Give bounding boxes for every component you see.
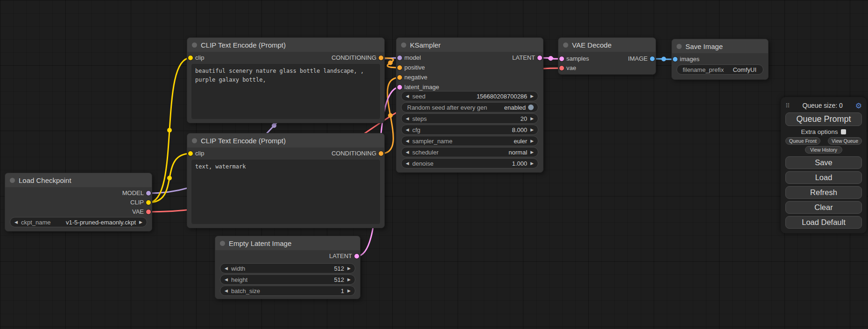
widget-name: cfg (412, 126, 420, 133)
output-port-image[interactable] (650, 56, 655, 61)
positive-prompt-textarea[interactable]: beautiful scenery nature glass bottle la… (191, 64, 380, 119)
input-port-latent-image[interactable] (397, 85, 402, 90)
widget-random-seed-toggle[interactable]: Random seed after every gen enabled (401, 102, 538, 112)
node-title-bar[interactable]: VAE Decode (558, 38, 656, 52)
node-load-checkpoint[interactable]: Load Checkpoint MODEL CLIP VAE ◀ ckpt_na… (5, 173, 152, 231)
output-port-conditioning[interactable] (379, 56, 383, 60)
decrement-icon[interactable]: ◀ (406, 94, 409, 98)
queue-prompt-button[interactable]: Queue Prompt (785, 112, 862, 126)
input-port-model[interactable] (397, 56, 402, 60)
output-port-conditioning[interactable] (379, 151, 383, 156)
negative-prompt-textarea[interactable]: text, watermark (191, 160, 380, 224)
link-midpoint-dot[interactable] (388, 61, 393, 65)
widget-ckpt-name[interactable]: ◀ ckpt_name v1-5-pruned-emaonly.ckpt ▶ (10, 217, 147, 227)
input-label-clip: clip (195, 149, 205, 158)
output-port-model[interactable] (146, 191, 151, 196)
widget-batch-size[interactable]: ◀ batch_size 1 ▶ (220, 286, 355, 296)
node-save-image[interactable]: Save Image images filename_prefix ComfyU… (671, 39, 769, 80)
load-button[interactable]: Load (785, 171, 862, 184)
decrement-icon[interactable]: ◀ (14, 220, 18, 224)
link-midpoint-dot[interactable] (662, 57, 666, 62)
refresh-button[interactable]: Refresh (785, 186, 862, 199)
input-port-vae[interactable] (559, 66, 564, 70)
node-collapse-dot[interactable] (677, 44, 682, 49)
settings-gear-icon[interactable]: ⚙ (855, 101, 862, 110)
decrement-icon[interactable]: ◀ (406, 161, 409, 166)
node-empty-latent-image[interactable]: Empty Latent Image LATENT ◀ width 512 ▶ … (215, 236, 360, 299)
graph-canvas[interactable]: Load Checkpoint MODEL CLIP VAE ◀ ckpt_na… (0, 0, 868, 329)
widget-name: scheduler (412, 149, 438, 156)
output-port-latent[interactable] (537, 56, 542, 60)
output-port-latent[interactable] (354, 254, 359, 259)
widget-filename-prefix[interactable]: filename_prefix ComfyUI (677, 64, 763, 75)
input-port-clip[interactable] (188, 151, 193, 156)
node-title-bar[interactable]: Save Image (672, 39, 768, 53)
node-collapse-dot[interactable] (10, 178, 15, 183)
save-button[interactable]: Save (785, 156, 862, 169)
widget-denoise[interactable]: ◀ denoise 1.000 ▶ (401, 158, 538, 168)
view-queue-button[interactable]: View Queue (828, 137, 862, 145)
decrement-icon[interactable]: ◀ (225, 278, 228, 282)
node-vae-decode[interactable]: VAE Decode samples vae IMAGE (558, 37, 656, 75)
input-port-samples[interactable] (559, 56, 564, 61)
node-title-bar[interactable]: Load Checkpoint (5, 173, 152, 187)
decrement-icon[interactable]: ◀ (406, 117, 409, 121)
increment-icon[interactable]: ▶ (347, 289, 351, 293)
increment-icon[interactable]: ▶ (530, 150, 534, 154)
node-title-bar[interactable]: Empty Latent Image (215, 236, 360, 250)
increment-icon[interactable]: ▶ (347, 278, 351, 282)
widget-sampler-name[interactable]: ◀ sampler_name euler ▶ (401, 136, 538, 146)
increment-icon[interactable]: ▶ (530, 94, 534, 98)
node-title-bar[interactable]: CLIP Text Encode (Prompt) (187, 133, 384, 147)
node-collapse-dot[interactable] (220, 241, 225, 246)
drag-handle-icon[interactable]: ⠿ (785, 102, 790, 109)
load-default-button[interactable]: Load Default (785, 216, 862, 229)
decrement-icon[interactable]: ◀ (406, 150, 409, 154)
widget-scheduler[interactable]: ◀ scheduler normal ▶ (401, 147, 538, 157)
input-label-vae: vae (566, 64, 576, 72)
widget-value: normal (508, 149, 527, 156)
node-collapse-dot[interactable] (401, 42, 406, 48)
increment-icon[interactable]: ▶ (347, 266, 351, 271)
extra-options-checkbox[interactable] (841, 129, 846, 134)
increment-icon[interactable]: ▶ (530, 139, 534, 143)
widget-cfg[interactable]: ◀ cfg 8.000 ▶ (401, 125, 538, 135)
output-port-clip[interactable] (146, 200, 151, 205)
view-history-button[interactable]: View History (805, 146, 842, 154)
input-port-images[interactable] (673, 57, 677, 62)
node-clip-text-encode-positive[interactable]: CLIP Text Encode (Prompt) clip CONDITION… (187, 37, 385, 123)
link-midpoint-dot[interactable] (167, 128, 172, 133)
node-collapse-dot[interactable] (192, 42, 197, 48)
increment-icon[interactable]: ▶ (530, 117, 534, 121)
increment-icon[interactable]: ▶ (139, 220, 142, 224)
node-collapse-dot[interactable] (563, 42, 568, 48)
link-midpoint-dot[interactable] (272, 123, 276, 128)
decrement-icon[interactable]: ◀ (406, 139, 409, 143)
output-port-vae[interactable] (146, 210, 151, 214)
widget-steps[interactable]: ◀ steps 20 ▶ (401, 113, 538, 124)
widget-width[interactable]: ◀ width 512 ▶ (220, 263, 355, 273)
node-clip-text-encode-negative[interactable]: CLIP Text Encode (Prompt) clip CONDITION… (187, 133, 385, 228)
widget-height[interactable]: ◀ height 512 ▶ (220, 274, 355, 285)
increment-icon[interactable]: ▶ (530, 161, 534, 166)
link-midpoint-dot[interactable] (388, 113, 393, 118)
widget-seed[interactable]: ◀ seed 156680208700286 ▶ (401, 91, 538, 101)
node-title-bar[interactable]: CLIP Text Encode (Prompt) (187, 38, 384, 52)
toggle-knob-icon[interactable] (528, 105, 534, 110)
queue-size-label: Queue size: 0 (802, 102, 842, 109)
increment-icon[interactable]: ▶ (530, 128, 534, 132)
node-title-bar[interactable]: KSampler (396, 38, 543, 52)
decrement-icon[interactable]: ◀ (406, 128, 409, 132)
decrement-icon[interactable]: ◀ (225, 266, 228, 271)
decrement-icon[interactable]: ◀ (225, 289, 228, 293)
clear-button[interactable]: Clear (785, 201, 862, 214)
queue-front-button[interactable]: Queue Front (785, 137, 820, 145)
input-port-positive[interactable] (397, 65, 402, 70)
input-port-negative[interactable] (397, 75, 402, 80)
link-midpoint-dot[interactable] (549, 56, 553, 61)
node-collapse-dot[interactable] (192, 138, 197, 143)
output-label-clip: CLIP (130, 198, 144, 207)
input-port-clip[interactable] (188, 56, 193, 60)
node-ksampler[interactable]: KSampler model positive negative latent_… (396, 37, 543, 173)
link-midpoint-dot[interactable] (167, 176, 172, 181)
